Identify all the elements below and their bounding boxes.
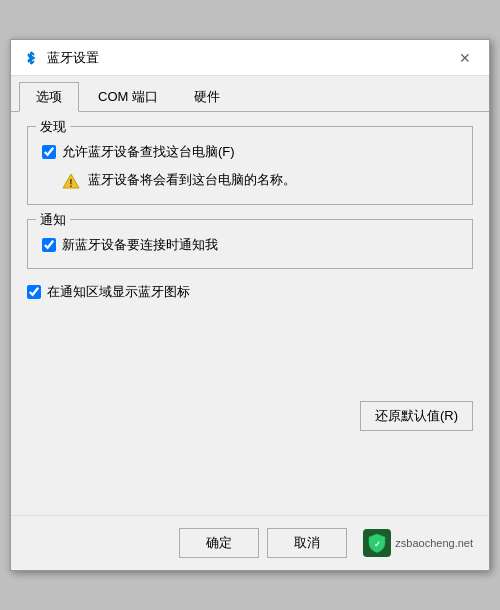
warning-text: 蓝牙设备将会看到这台电脑的名称。 [88,171,296,189]
allow-discovery-label[interactable]: 允许蓝牙设备查找这台电脑(F) [62,143,235,161]
discovery-group: 发现 允许蓝牙设备查找这台电脑(F) ! 蓝牙设备将会看到这台电脑的名称。 [27,126,473,205]
content-area: 发现 允许蓝牙设备查找这台电脑(F) ! 蓝牙设备将会看到这台电脑的名称。 通知 [11,112,489,455]
title-bar: 蓝牙设置 ✕ [11,40,489,76]
notification-group-title: 通知 [36,211,70,229]
allow-discovery-row: 允许蓝牙设备查找这台电脑(F) [42,143,458,161]
warning-row: ! 蓝牙设备将会看到这台电脑的名称。 [62,171,458,190]
footer: 确定 取消 ✓ zsbaocheng.net [11,515,489,570]
svg-text:!: ! [69,178,72,189]
tab-options[interactable]: 选项 [19,82,79,112]
restore-btn-area: 还原默认值(R) [27,401,473,441]
tab-bar: 选项 COM 端口 硬件 [11,76,489,112]
allow-discovery-checkbox[interactable] [42,145,56,159]
ok-button[interactable]: 确定 [179,528,259,558]
notify-row: 新蓝牙设备要连接时通知我 [42,236,458,254]
warning-icon: ! [62,172,80,190]
watermark-text: zsbaocheng.net [395,537,473,549]
notify-checkbox[interactable] [42,238,56,252]
restore-defaults-button[interactable]: 还原默认值(R) [360,401,473,431]
cancel-button[interactable]: 取消 [267,528,347,558]
bluetooth-icon [23,50,39,66]
svg-text:✓: ✓ [374,540,381,549]
discovery-group-title: 发现 [36,118,70,136]
tab-com-port[interactable]: COM 端口 [81,82,175,111]
title-bar-left: 蓝牙设置 [23,49,99,67]
notification-group: 通知 新蓝牙设备要连接时通知我 [27,219,473,269]
show-icon-label[interactable]: 在通知区域显示蓝牙图标 [47,283,190,301]
tab-hardware[interactable]: 硬件 [177,82,237,111]
watermark-shield-icon: ✓ [363,529,391,557]
close-button[interactable]: ✕ [453,46,477,70]
window-title: 蓝牙设置 [47,49,99,67]
bluetooth-settings-window: 蓝牙设置 ✕ 选项 COM 端口 硬件 发现 允许蓝牙设备查找这台电脑(F) [10,39,490,571]
show-icon-checkbox[interactable] [27,285,41,299]
notify-label[interactable]: 新蓝牙设备要连接时通知我 [62,236,218,254]
watermark: ✓ zsbaocheng.net [363,528,473,558]
show-icon-row: 在通知区域显示蓝牙图标 [27,283,473,301]
